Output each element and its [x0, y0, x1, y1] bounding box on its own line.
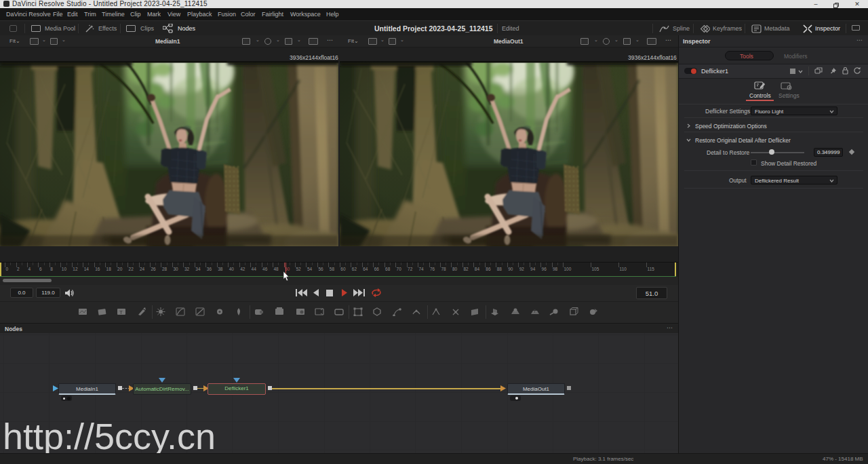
- svg-text:T: T: [119, 309, 123, 315]
- svg-text:T: T: [534, 309, 537, 313]
